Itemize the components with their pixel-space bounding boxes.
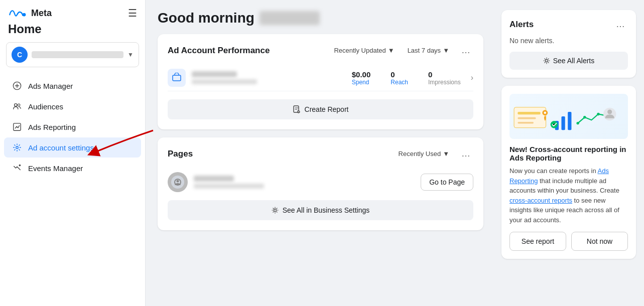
ad-info (192, 71, 346, 84)
gear-icon (272, 207, 279, 214)
sidebar: Meta ☰ Home C ▼ Ads Manager (0, 0, 146, 306)
svg-point-0 (23, 13, 26, 17)
create-report-label: Create Report (305, 105, 349, 113)
promo-card: New! Cross-account reporting in Ads Repo… (501, 86, 636, 259)
spend-label: Spend (352, 79, 371, 86)
reach-label: Reach (391, 79, 408, 86)
svg-point-22 (583, 116, 586, 118)
recently-updated-filter[interactable]: Recently Updated ▼ (330, 45, 398, 56)
promo-illustration-svg (509, 96, 628, 136)
svg-rect-15 (518, 112, 540, 114)
account-avatar: C (12, 47, 28, 63)
sidebar-item-ads-manager[interactable]: Ads Manager (4, 76, 141, 96)
sidebar-header: Meta ☰ (0, 0, 145, 21)
audiences-icon (12, 101, 22, 111)
ad-performance-more-button[interactable]: … (458, 44, 473, 57)
svg-rect-20 (568, 112, 571, 130)
svg-point-2 (15, 104, 17, 106)
svg-rect-7 (173, 75, 181, 81)
greeting-section: Good morning (158, 10, 483, 26)
sidebar-item-ad-account-settings[interactable]: Ad account settings (4, 137, 141, 158)
account-selector[interactable]: C ▼ (6, 42, 139, 67)
see-all-alerts-label: See All Alerts (553, 57, 595, 65)
main-content: Good morning Ad Account Performance Rece… (146, 0, 493, 306)
sidebar-item-events-manager[interactable]: Events Manager (4, 158, 141, 178)
chevron-down-icon: ▼ (443, 150, 449, 158)
alerts-more-button[interactable]: … (613, 18, 628, 31)
ad-performance-controls: Recently Updated ▼ Last 7 days ▼ … (330, 44, 473, 57)
greeting-name-blur (260, 11, 320, 25)
ad-performance-card: Ad Account Performance Recently Updated … (158, 34, 483, 129)
cross-account-link[interactable]: cross-account reports (509, 197, 572, 204)
see-all-business-settings-button[interactable]: See All in Business Settings (168, 200, 473, 220)
promo-body: Now you can create reports in Ads Report… (509, 166, 628, 225)
sidebar-item-audiences[interactable]: Audiences (4, 96, 141, 116)
ad-row: $0.00 Spend 0 Reach 0 Impressions › (168, 65, 473, 91)
svg-point-27 (544, 111, 547, 114)
promo-actions: See report Not now (509, 232, 628, 251)
impressions-label: Impressions (428, 79, 461, 86)
svg-rect-19 (561, 116, 565, 130)
svg-point-11 (177, 180, 179, 183)
svg-rect-16 (518, 117, 536, 119)
sidebar-item-label: Ad account settings (28, 143, 94, 152)
pages-header: Pages Recently Used ▼ … (168, 147, 473, 160)
no-alerts-text: No new alerts. (509, 37, 628, 45)
pages-card: Pages Recently Used ▼ … (158, 137, 483, 230)
sidebar-nav: Ads Manager Audiences Ads Re (0, 75, 145, 179)
page-avatar (168, 172, 188, 192)
promo-title: New! Cross-account reporting in Ads Repo… (509, 145, 628, 162)
ad-icon (168, 69, 186, 87)
sidebar-item-ads-reporting[interactable]: Ads Reporting (4, 117, 141, 137)
alerts-title: Alerts (509, 20, 534, 30)
report-icon (293, 105, 301, 113)
pages-title: Pages (168, 149, 193, 159)
account-name-blur (32, 51, 123, 58)
see-report-button[interactable]: See report (509, 232, 566, 251)
svg-point-3 (18, 104, 20, 106)
meta-wordmark: Meta (31, 8, 52, 19)
sidebar-item-label: Ads Manager (28, 82, 73, 90)
hamburger-button[interactable]: ☰ (128, 7, 137, 19)
spend-value: $0.00 (352, 70, 371, 79)
see-all-label: See All in Business Settings (283, 206, 370, 214)
right-panel: Alerts … No new alerts. See All Alerts (493, 0, 644, 306)
alerts-header: Alerts … (509, 18, 628, 31)
page-row: Go to Page (168, 168, 473, 200)
svg-point-25 (607, 109, 612, 114)
page-info (194, 176, 415, 189)
meta-logo-svg (8, 8, 28, 18)
svg-point-12 (274, 209, 276, 212)
sidebar-item-label: Events Manager (28, 164, 83, 173)
reach-stat: 0 Reach (391, 70, 408, 86)
row-chevron-right-icon: › (471, 73, 473, 82)
pages-controls: Recently Used ▼ … (395, 147, 473, 160)
reach-value: 0 (391, 70, 408, 79)
ad-stats: $0.00 Spend 0 Reach 0 Impressions (352, 70, 461, 86)
meta-logo: Meta (8, 8, 52, 19)
chevron-down-icon: ▼ (127, 51, 134, 58)
svg-point-13 (545, 60, 548, 62)
go-to-page-button[interactable]: Go to Page (421, 174, 473, 191)
page-name-blur (194, 176, 234, 182)
sidebar-home-title: Home (0, 21, 145, 42)
gear-small-icon (543, 57, 550, 64)
svg-point-5 (16, 146, 19, 149)
svg-point-21 (576, 122, 579, 124)
create-report-button[interactable]: Create Report (168, 99, 473, 119)
alerts-card: Alerts … No new alerts. See All Alerts (501, 10, 636, 78)
ad-performance-title: Ad Account Performance (168, 46, 270, 56)
ad-sub-blur (192, 79, 257, 84)
chevron-down-icon: ▼ (443, 47, 449, 54)
last-7-days-filter[interactable]: Last 7 days ▼ (404, 45, 453, 56)
not-now-button[interactable]: Not now (571, 232, 628, 251)
ad-performance-header: Ad Account Performance Recently Updated … (168, 44, 473, 57)
see-all-alerts-button[interactable]: See All Alerts (509, 52, 628, 70)
impressions-value: 0 (428, 70, 461, 79)
ad-name-blur (192, 71, 237, 77)
sidebar-item-label: Audiences (28, 102, 63, 111)
pages-more-button[interactable]: … (458, 147, 473, 160)
events-icon (12, 163, 22, 173)
ads-reporting-icon (12, 122, 22, 132)
recently-used-filter[interactable]: Recently Used ▼ (395, 148, 453, 160)
